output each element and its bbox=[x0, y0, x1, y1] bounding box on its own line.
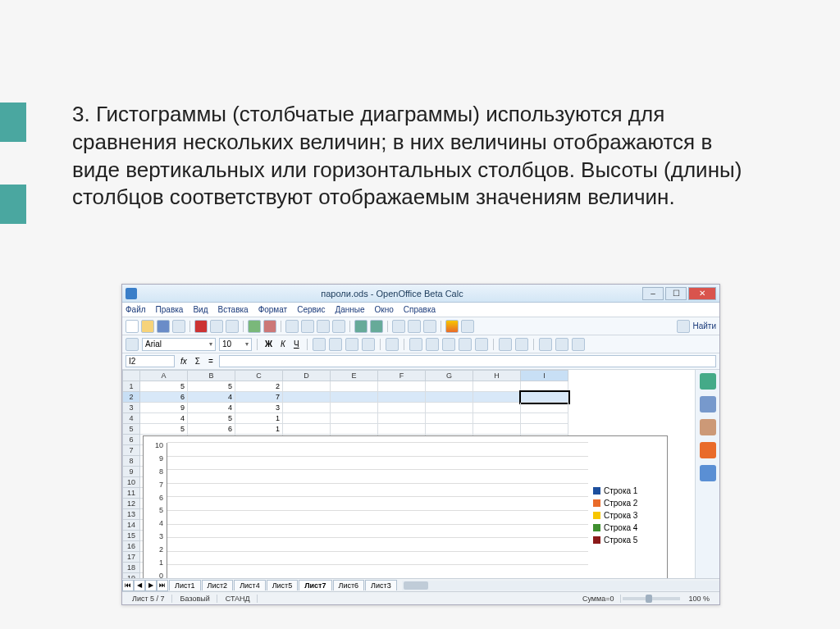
properties-icon[interactable] bbox=[700, 373, 716, 390]
cell[interactable] bbox=[426, 413, 473, 424]
cell[interactable] bbox=[521, 413, 568, 424]
column-header[interactable]: B bbox=[188, 370, 235, 381]
number-icon[interactable] bbox=[442, 338, 455, 351]
formula-input[interactable] bbox=[219, 355, 716, 367]
bold-button[interactable]: Ж bbox=[262, 340, 275, 349]
cell[interactable] bbox=[521, 424, 568, 435]
fontcolor-icon[interactable] bbox=[572, 338, 585, 351]
undo-icon[interactable] bbox=[354, 320, 368, 333]
cell[interactable] bbox=[426, 381, 473, 392]
cell[interactable] bbox=[283, 403, 331, 413]
sheet-tab[interactable]: Лист1 bbox=[169, 580, 201, 590]
row-header[interactable]: 1 bbox=[122, 381, 140, 392]
menu-tools[interactable]: Сервис bbox=[297, 305, 325, 314]
borders-icon[interactable] bbox=[539, 338, 552, 351]
zoom-slider[interactable] bbox=[623, 597, 680, 600]
cell[interactable] bbox=[331, 424, 378, 435]
sheet-tab[interactable]: Лист6 bbox=[333, 580, 365, 590]
paintbrush-icon[interactable] bbox=[332, 320, 345, 333]
row-header[interactable]: 13 bbox=[122, 509, 140, 520]
menu-file[interactable]: Файл bbox=[126, 305, 146, 314]
bgcolor-icon[interactable] bbox=[555, 338, 568, 351]
dec-dec-icon[interactable] bbox=[475, 338, 488, 351]
styles-icon[interactable] bbox=[126, 338, 139, 351]
equals-button[interactable]: = bbox=[206, 357, 216, 366]
align-right-icon[interactable] bbox=[345, 338, 358, 351]
row-header[interactable]: 18 bbox=[122, 563, 140, 573]
tab-prev-button[interactable]: ◀ bbox=[134, 580, 145, 591]
percent-icon[interactable] bbox=[426, 338, 439, 351]
cut-icon[interactable] bbox=[285, 320, 299, 333]
cell[interactable]: 4 bbox=[140, 413, 188, 424]
cell[interactable]: 7 bbox=[235, 392, 283, 403]
cell[interactable]: 4 bbox=[188, 403, 235, 413]
cell[interactable]: 6 bbox=[188, 424, 235, 435]
cell[interactable] bbox=[378, 424, 426, 435]
row-header[interactable]: 2 bbox=[122, 392, 140, 403]
copy-icon[interactable] bbox=[301, 320, 314, 333]
row-header[interactable]: 10 bbox=[122, 477, 140, 488]
cell[interactable] bbox=[521, 392, 568, 403]
indent-dec-icon[interactable] bbox=[499, 338, 512, 351]
align-center-icon[interactable] bbox=[329, 338, 342, 351]
row-header[interactable]: 14 bbox=[122, 520, 140, 531]
tab-next-button[interactable]: ▶ bbox=[145, 580, 157, 591]
close-button[interactable]: ✕ bbox=[688, 287, 716, 300]
row-header[interactable]: 8 bbox=[122, 456, 140, 467]
row-header[interactable]: 7 bbox=[122, 445, 140, 456]
column-header[interactable]: F bbox=[378, 370, 426, 381]
cell[interactable] bbox=[473, 392, 521, 403]
row-header[interactable]: 12 bbox=[122, 499, 140, 509]
font-size-combo[interactable]: 10▾ bbox=[219, 338, 252, 351]
search-icon[interactable] bbox=[677, 320, 690, 333]
pdf-icon[interactable] bbox=[194, 320, 208, 333]
column-header[interactable]: A bbox=[140, 370, 188, 381]
sheet-tab[interactable]: Лист2 bbox=[202, 580, 234, 590]
tab-first-button[interactable]: ⏮ bbox=[122, 580, 134, 591]
menu-window[interactable]: Окно bbox=[375, 305, 394, 314]
cell[interactable] bbox=[378, 392, 426, 403]
cell[interactable]: 1 bbox=[235, 424, 283, 435]
select-all-corner[interactable] bbox=[122, 370, 140, 381]
sheet-tab[interactable]: Лист5 bbox=[267, 580, 299, 590]
currency-icon[interactable] bbox=[409, 338, 422, 351]
cell[interactable] bbox=[283, 392, 331, 403]
cell[interactable] bbox=[426, 392, 473, 403]
cell[interactable] bbox=[473, 403, 521, 413]
zoom-thumb[interactable] bbox=[646, 595, 652, 603]
menu-data[interactable]: Данные bbox=[335, 305, 364, 314]
cell[interactable]: 1 bbox=[235, 413, 283, 424]
indent-inc-icon[interactable] bbox=[515, 338, 528, 351]
cell[interactable] bbox=[426, 403, 473, 413]
menu-view[interactable]: Вид bbox=[193, 305, 208, 314]
horizontal-scrollbar[interactable] bbox=[402, 581, 719, 590]
menu-format[interactable]: Формат bbox=[258, 305, 288, 314]
sheet-tab[interactable]: Лист7 bbox=[299, 580, 331, 590]
save-icon[interactable] bbox=[157, 320, 170, 333]
sheet-tab[interactable]: Лист4 bbox=[234, 580, 266, 590]
new-icon[interactable] bbox=[126, 320, 139, 333]
print-icon[interactable] bbox=[210, 320, 223, 333]
merge-icon[interactable] bbox=[386, 338, 399, 351]
menu-insert[interactable]: Вставка bbox=[217, 305, 248, 314]
underline-button[interactable]: Ч bbox=[291, 340, 302, 349]
cell[interactable]: 2 bbox=[235, 381, 283, 392]
cell[interactable] bbox=[473, 381, 521, 392]
row-header[interactable]: 6 bbox=[122, 435, 140, 445]
align-left-icon[interactable] bbox=[313, 338, 326, 351]
column-header[interactable]: I bbox=[521, 370, 568, 381]
cell[interactable] bbox=[473, 413, 521, 424]
row-header[interactable]: 16 bbox=[122, 541, 140, 552]
row-header[interactable]: 4 bbox=[122, 413, 140, 424]
cell[interactable]: 3 bbox=[235, 403, 283, 413]
navigator-icon[interactable] bbox=[700, 442, 716, 458]
cell[interactable] bbox=[378, 413, 426, 424]
navigator-icon[interactable] bbox=[461, 320, 474, 333]
name-box[interactable]: I2 bbox=[126, 355, 175, 367]
row-header[interactable]: 5 bbox=[122, 424, 140, 435]
font-name-combo[interactable]: Arial▾ bbox=[142, 338, 216, 351]
spreadsheet-area[interactable]: ABCDEFGHI 155226473943445155616789101112… bbox=[122, 370, 695, 578]
dec-inc-icon[interactable] bbox=[459, 338, 472, 351]
row-header[interactable]: 17 bbox=[122, 552, 140, 563]
cell[interactable] bbox=[521, 381, 568, 392]
